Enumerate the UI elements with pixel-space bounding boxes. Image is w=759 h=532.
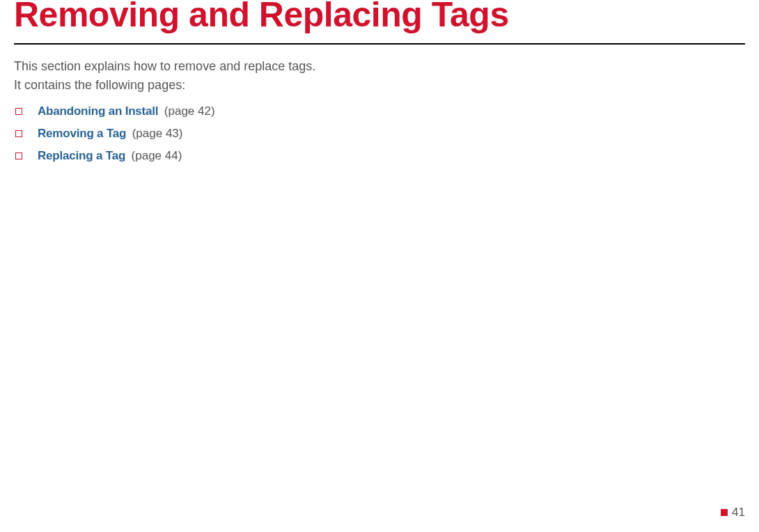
toc-link[interactable]: Replacing a Tag: [38, 149, 125, 162]
page-title: Removing and Replacing Tags: [14, 0, 745, 35]
toc-page-ref: (page 44): [132, 149, 182, 162]
toc-item-removing[interactable]: Removing a Tag (page 43): [14, 127, 745, 141]
title-underline: [14, 43, 745, 45]
toc-item-abandoning[interactable]: Abandoning an Install (page 42): [14, 104, 745, 118]
toc-page-ref: (page 43): [132, 127, 183, 140]
bullet-icon: [15, 108, 22, 115]
bullet-icon: [15, 152, 22, 159]
page-number: 41: [732, 506, 745, 519]
page-footer: 41: [721, 506, 745, 519]
table-of-contents: Abandoning an Install (page 42) Removing…: [14, 104, 745, 163]
toc-link[interactable]: Removing a Tag: [38, 127, 126, 140]
intro-text: This section explains how to remove and …: [14, 57, 745, 95]
intro-line-2: It contains the following pages:: [14, 78, 185, 92]
intro-line-1: This section explains how to remove and …: [14, 59, 315, 73]
bullet-icon: [15, 130, 22, 137]
footer-bullet-icon: [721, 509, 728, 516]
toc-page-ref: (page 42): [164, 104, 215, 118]
toc-item-replacing[interactable]: Replacing a Tag (page 44): [14, 149, 745, 163]
toc-link[interactable]: Abandoning an Install: [38, 104, 158, 118]
